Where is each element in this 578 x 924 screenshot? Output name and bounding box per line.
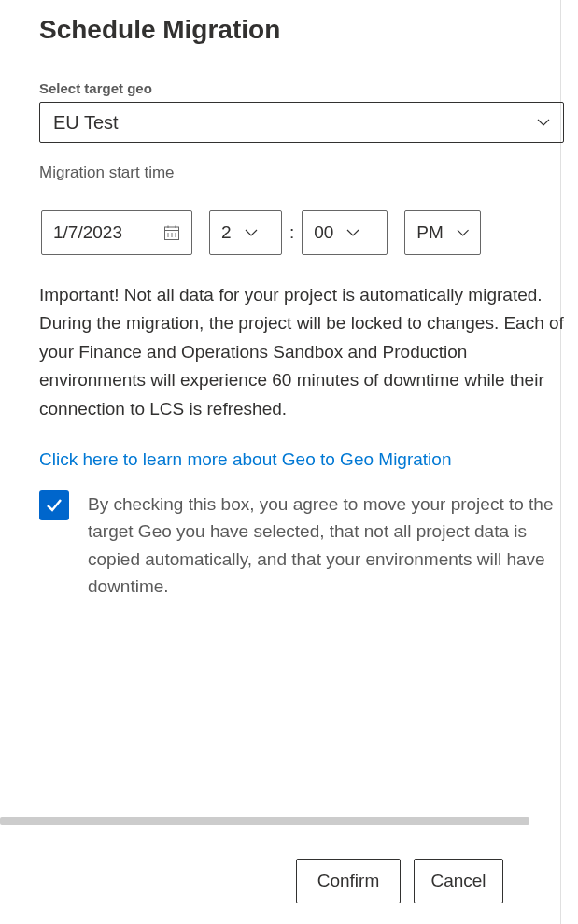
confirm-button[interactable]: Confirm — [296, 859, 401, 903]
horizontal-scrollbar[interactable] — [0, 817, 529, 825]
ampm-select[interactable]: PM — [404, 210, 481, 255]
geo-select[interactable]: EU Test — [39, 102, 564, 143]
start-time-label: Migration start time — [39, 163, 578, 182]
time-row: 1/7/2023 2 : 00 — [39, 210, 578, 255]
hour-select[interactable]: 2 — [209, 210, 282, 255]
calendar-icon — [163, 224, 180, 241]
checkmark-icon — [45, 496, 63, 515]
date-value: 1/7/2023 — [53, 222, 122, 243]
chevron-down-icon — [537, 116, 550, 129]
minute-select[interactable]: 00 — [302, 210, 388, 255]
time-separator: : — [289, 222, 294, 243]
consent-checkbox[interactable] — [39, 490, 69, 520]
consent-text: By checking this box, you agree to move … — [88, 490, 564, 601]
svg-point-7 — [167, 235, 169, 237]
svg-point-4 — [167, 233, 169, 235]
schedule-migration-panel: Schedule Migration Select target geo EU … — [0, 0, 578, 924]
chevron-down-icon — [457, 226, 470, 239]
hour-value: 2 — [221, 222, 232, 243]
date-picker[interactable]: 1/7/2023 — [41, 210, 192, 255]
learn-more-link[interactable]: Click here to learn more about Geo to Ge… — [39, 449, 451, 470]
page-title: Schedule Migration — [39, 15, 578, 45]
important-notice: Important! Not all data for your project… — [39, 281, 578, 423]
ampm-value: PM — [416, 222, 444, 243]
button-row: Confirm Cancel — [296, 859, 503, 903]
consent-row: By checking this box, you agree to move … — [39, 490, 564, 601]
geo-label: Select target geo — [39, 80, 578, 96]
minute-value: 00 — [314, 222, 333, 243]
chevron-down-icon — [346, 226, 359, 239]
svg-point-5 — [171, 233, 173, 235]
geo-select-value: EU Test — [53, 112, 119, 134]
svg-point-8 — [171, 235, 173, 237]
svg-point-6 — [175, 233, 176, 235]
chevron-down-icon — [245, 226, 258, 239]
cancel-button[interactable]: Cancel — [414, 859, 503, 903]
svg-point-9 — [175, 235, 176, 237]
